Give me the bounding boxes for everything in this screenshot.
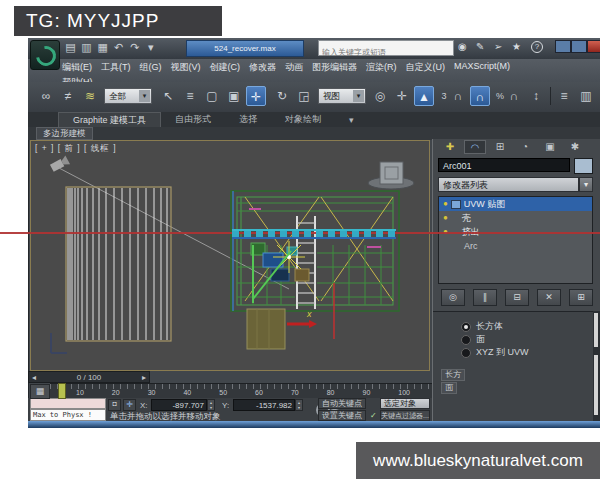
lightbulb-icon[interactable]: ● [443,197,448,211]
set-key-button[interactable]: 设置关键点 [318,410,366,421]
minimize-button[interactable] [555,40,571,53]
menu-tools[interactable]: 工具(T) [101,61,131,74]
x-spinner[interactable]: ▴ ▾ [207,399,215,411]
menu-views[interactable]: 视图(V) [171,61,201,74]
make-unique-icon[interactable]: ⊟ [505,289,529,306]
menu-rendering[interactable]: 渲染(R) [366,61,397,74]
select-and-link-icon[interactable]: ∞ [36,86,56,106]
tab-object-paint[interactable]: 对象绘制 [271,112,335,127]
new-scene-icon[interactable]: ▤ [64,41,77,54]
lightbulb-icon[interactable]: ● [443,211,448,225]
panel-polygon-modeling[interactable]: 多边形建模 [36,127,93,140]
window-crossing-icon[interactable]: ▣ [224,86,244,106]
bind-to-space-warp-icon[interactable]: ≋ [80,86,100,106]
help-icon[interactable]: ? [531,41,543,53]
maximize-button[interactable] [571,40,587,53]
select-object-icon[interactable]: ↖ [158,86,178,106]
spinner-down-icon[interactable]: ▾ [208,405,214,410]
percent-snap-toggle-icon[interactable]: ∩ [504,86,524,106]
auto-key-button[interactable]: 自动关键点 [318,398,366,409]
tab-display-icon[interactable]: ▣ [539,140,561,154]
scrollbar-thumb[interactable] [594,355,598,415]
select-by-name-icon[interactable]: ≡ [180,86,200,106]
select-and-manipulate-move-icon[interactable]: ✛ [392,86,412,106]
select-and-manipulate-icon[interactable]: ▲ [414,86,434,106]
tab-motion-icon[interactable]: ◔ [514,140,536,154]
select-and-rotate-icon[interactable]: ↻ [272,86,292,106]
spinner-snap-toggle-icon[interactable]: ↕ [526,86,546,106]
time-slider-handle[interactable] [58,383,66,399]
check-icon[interactable]: ✓ [370,411,377,420]
tab-create-icon[interactable]: ✚ [439,140,461,154]
configure-modifier-sets-icon[interactable]: ⊞ [569,289,593,306]
favorites-icon[interactable]: ★ [512,41,521,52]
viewport-label[interactable]: [ + ] [ 前 ] [ 线框 ] [35,143,117,155]
tab-modify-icon[interactable]: ◠ [464,140,486,154]
rectangular-selection-region-icon[interactable]: ▢ [202,86,222,106]
menu-group[interactable]: 组(G) [140,61,162,74]
maxscript-listener-input[interactable] [30,398,106,409]
tab-selection[interactable]: 选择 [225,112,271,127]
undo-icon[interactable]: ↶ [112,41,125,54]
angle-snap-toggle-icon[interactable]: ∩ [470,86,490,106]
maxscript-listener-output[interactable]: Max to Physx ! [30,409,106,421]
viewport-front[interactable]: [ + ] [ 前 ] [ 线框 ] [30,140,430,371]
menu-maxscript[interactable]: MAXScript(M) [454,61,510,74]
remove-modifier-icon[interactable]: ✕ [537,289,561,306]
x-coord-field[interactable]: -897.707 [151,399,207,411]
selection-filter-dropdown[interactable]: 全部▾ [104,88,152,104]
radio-face-mapping[interactable]: 面 [461,333,485,346]
absolute-mode-icon[interactable]: ✛ [123,399,136,411]
stack-item-uvw-map[interactable]: ● UVW 贴图 [439,197,592,211]
unlink-selection-icon[interactable]: ≠ [58,86,78,106]
infocenter-search[interactable] [318,40,454,56]
selection-lock-icon[interactable]: ◘ [108,399,121,411]
track-bar[interactable]: 1020 3040 5060 7080 90100 [50,383,432,399]
open-file-icon[interactable]: ▥ [80,41,93,54]
menu-customize[interactable]: 自定义(U) [406,61,446,74]
menu-modifiers[interactable]: 修改器 [249,61,276,74]
radio-xyz-to-uvw[interactable]: XYZ 到 UVW [461,346,529,359]
close-button[interactable] [587,40,600,53]
next-frame-icon[interactable]: ▸ [142,372,146,383]
radio-box-mapping[interactable]: 长方体 [461,320,503,333]
mini-curve-editor-button[interactable]: ▦ [30,384,50,399]
select-and-move-icon[interactable]: ✛ [246,86,266,106]
pin-stack-icon[interactable]: ◎ [441,289,465,306]
modifier-list-dropdown[interactable]: 修改器列表 [438,177,579,192]
search-input[interactable] [319,46,453,60]
time-slider-readout[interactable]: ◂ 0 / 100 ▸ [28,371,150,383]
ribbon-minimize-caret-icon[interactable]: ▾ [335,114,368,126]
project-menu-caret-icon[interactable]: ▾ [144,41,157,54]
reference-coordinate-dropdown[interactable]: 视图▾ [318,88,366,104]
redo-icon[interactable]: ↷ [128,41,141,54]
y-spinner[interactable]: ▴ ▾ [295,399,303,411]
stack-item-shell[interactable]: ● 壳 [439,211,592,225]
modifier-list-arrow-icon[interactable]: ▾ [579,177,593,192]
gizmo-icon[interactable] [451,200,461,209]
panel-scrollbar[interactable] [593,311,600,421]
key-filters-button[interactable]: 关键点过滤器... [380,410,430,421]
use-pivot-center-icon[interactable]: ◎ [370,86,390,106]
tab-hierarchy-icon[interactable]: ⊞ [489,140,511,154]
stack-item-arc[interactable]: Arc [439,239,592,253]
tab-freeform[interactable]: 自由形式 [161,112,225,127]
save-file-icon[interactable]: ▦ [96,41,109,54]
keyboard-shortcut-override-icon[interactable]: ≡ [554,86,574,106]
search-icon[interactable]: ◉ [458,41,467,52]
object-color-swatch[interactable] [574,158,593,174]
menu-animation[interactable]: 动画 [285,61,303,74]
subscription-icon[interactable]: ➢ [494,41,502,52]
menu-create[interactable]: 创建(C) [210,61,241,74]
select-and-scale-icon[interactable]: ◲ [294,86,314,106]
tab-graphite-modeling[interactable]: Graphite 建模工具 [58,112,161,128]
scrollbar-thumb[interactable] [594,313,598,347]
spinner-down-icon[interactable]: ▾ [296,405,302,410]
show-end-result-icon[interactable]: ∥ [473,289,497,306]
object-name-field[interactable]: Arc001 [438,158,570,172]
snaps-toggle-icon[interactable]: ∩ [448,86,468,106]
named-selection-sets-icon[interactable]: ▥ [576,86,596,106]
menu-graph-editors[interactable]: 图形编辑器 [312,61,357,74]
app-menu-logo-button[interactable] [30,40,60,70]
selection-set-dropdown[interactable]: 选定对象 [380,398,430,409]
